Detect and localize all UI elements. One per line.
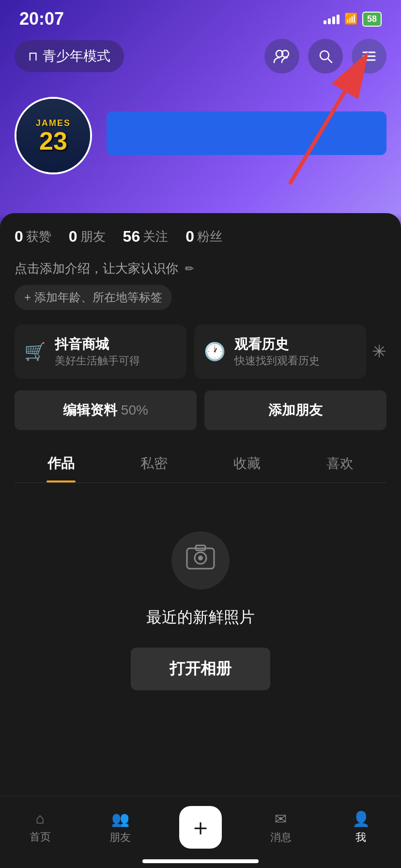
tags-row: + 添加年龄、所在地等标签 [15,285,386,310]
home-indicator [142,859,259,863]
nav-home[interactable]: ⌂ 首页 [16,810,64,844]
nav-messages[interactable]: ✉ 消息 [257,810,305,845]
nav-friends[interactable]: 👥 朋友 [96,810,144,845]
friends-label: 朋友 [80,228,106,245]
stat-following[interactable]: 56 关注 [123,228,169,246]
shop-title: 抖音商城 [55,335,140,354]
home-icon: ⌂ [36,810,45,827]
plus-icon: ＋ [189,812,212,843]
add-friend-button[interactable]: 添加朋友 [204,390,386,430]
profile-section: JAMES 23 [0,97,401,174]
nav-friends-label: 朋友 [109,830,131,845]
edit-icon: ✏ [185,263,194,275]
likes-label: 获赞 [26,228,51,245]
status-icons: 📶 58 [324,12,382,27]
stat-friends: 0 朋友 [69,228,106,246]
nav-messages-label: 消息 [270,830,292,845]
friends-nav-icon: 👥 [111,810,129,827]
content-tabs: 作品 私密 收藏 喜欢 [15,445,386,483]
followers-count: 0 [185,228,194,246]
empty-state: 最近的新鲜照片 打开相册 [15,483,386,719]
history-title: 观看历史 [234,335,320,354]
edit-profile-label: 编辑资料 [63,403,117,418]
tab-private-label: 私密 [140,456,168,471]
tab-likes-label: 喜欢 [326,456,354,471]
battery-indicator: 58 [362,12,382,27]
wifi-icon: 📶 [344,13,357,25]
following-count: 56 [123,228,140,246]
action-buttons-row: 编辑资料 50% 添加朋友 [15,390,386,430]
following-label: 关注 [143,228,168,245]
tab-works[interactable]: 作品 [15,445,108,482]
bio-text: 点击添加介绍，让大家认识你 [15,260,178,277]
search-icon-button[interactable] [308,39,343,74]
svg-point-11 [198,556,203,560]
nav-profile-label: 我 [355,830,366,845]
signal-icon [324,14,339,24]
tab-works-label: 作品 [47,456,75,471]
history-icon: 🕐 [204,341,226,362]
edit-profile-button[interactable]: 编辑资料 50% [15,390,197,430]
avatar[interactable]: JAMES 23 [15,97,92,174]
friends-count: 0 [69,228,77,246]
jersey-number: 23 [36,128,71,154]
shop-icon: 🛒 [24,341,46,362]
stats-row: 0 获赞 0 朋友 56 关注 0 粉丝 [15,228,386,246]
svg-line-3 [328,59,332,62]
stat-followers: 0 粉丝 [185,228,222,246]
edit-progress-label: 50% [121,403,148,418]
empty-state-title: 最近的新鲜照片 [146,607,255,628]
status-bar: 20:07 📶 58 [0,0,401,34]
youth-mode-label: 青少年模式 [43,47,110,65]
likes-count: 0 [15,228,23,246]
empty-icon-container [171,531,230,589]
message-icon: ✉ [275,810,287,827]
shop-subtitle: 美好生活触手可得 [55,354,140,368]
avatar-image: JAMES 23 [16,99,90,172]
add-friend-label: 添加朋友 [268,403,323,418]
create-button[interactable]: ＋ [179,806,222,849]
followers-label: 粉丝 [197,228,222,245]
shop-feature-card[interactable]: 🛒 抖音商城 美好生活触手可得 [15,325,186,379]
tab-private[interactable]: 私密 [108,445,200,482]
stat-likes: 0 获赞 [15,228,51,246]
shop-info: 抖音商城 美好生活触手可得 [55,335,140,368]
status-time: 20:07 [19,9,64,29]
bio-row[interactable]: 点击添加介绍，让大家认识你 ✏ [15,260,386,277]
tab-favorites-label: 收藏 [233,456,261,471]
open-album-label: 打开相册 [170,660,231,677]
friends-icon-button[interactable] [264,39,299,74]
top-navigation: ⊓ 青少年模式 [0,39,401,74]
history-subtitle: 快速找到观看历史 [234,354,320,368]
tab-likes[interactable]: 喜欢 [293,445,386,482]
nav-profile[interactable]: 👤 我 [337,810,385,845]
add-tag-label: + 添加年龄、所在地等标签 [24,290,162,305]
bottom-navigation: ⌂ 首页 👥 朋友 ＋ ✉ 消息 👤 我 [0,796,401,868]
open-album-button[interactable]: 打开相册 [131,648,270,690]
photo-icon [186,544,215,576]
add-tag-button[interactable]: + 添加年龄、所在地等标签 [15,285,172,310]
more-features-icon[interactable]: ✳ [372,341,386,362]
nav-icon-group [264,39,386,74]
tab-favorites[interactable]: 收藏 [200,445,293,482]
history-feature-card[interactable]: 🕐 观看历史 快速找到观看历史 [194,325,366,379]
feature-cards-row: 🛒 抖音商城 美好生活触手可得 🕐 观看历史 快速找到观看历史 ✳ [15,325,386,379]
username-box [107,111,386,155]
profile-nav-icon: 👤 [352,810,370,827]
history-info: 观看历史 快速找到观看历史 [234,335,320,368]
menu-icon-button[interactable] [352,39,386,74]
main-content: 0 获赞 0 朋友 56 关注 0 粉丝 点击添加介绍，让大家认识你 ✏ + 添… [0,213,401,867]
jersey-info: JAMES 23 [36,118,71,154]
youth-mode-button[interactable]: ⊓ 青少年模式 [15,40,124,72]
nav-create[interactable]: ＋ [176,806,225,849]
nav-home-label: 首页 [30,830,51,844]
youth-shield-icon: ⊓ [28,49,38,64]
